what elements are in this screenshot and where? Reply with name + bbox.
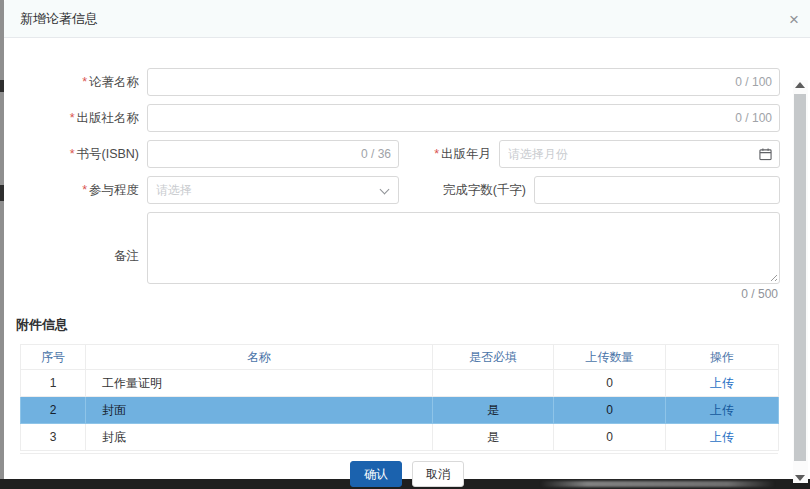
word-count-label: 完成字数(千字) [399, 182, 534, 199]
word-count-input-wrap [534, 176, 780, 204]
required-marker: * [70, 111, 75, 125]
form-row-publisher: *出版社名称 0 / 100 [20, 104, 780, 132]
cell-action: 上传 [666, 370, 779, 397]
cell-action: 上传 [666, 424, 779, 451]
upload-link[interactable]: 上传 [710, 376, 734, 390]
upload-link[interactable]: 上传 [710, 403, 734, 417]
form-row-isbn-date: *书号(ISBN) 0 / 36 *出版年月 [20, 140, 780, 168]
form-row-remark: 备注 0 / 500 [20, 212, 780, 301]
table-bottom-rule [20, 451, 778, 454]
publisher-input-wrap: 0 / 100 [147, 104, 780, 132]
attachments-table: 序号 名称 是否必填 上传数量 操作 1 工作量证明 0 上传 2 封面 [20, 344, 779, 451]
publication-form: *论著名称 0 / 100 *出版社名称 0 / 100 *书号(ISB [4, 38, 810, 301]
cell-name: 封面 [86, 397, 433, 424]
upload-link[interactable]: 上传 [710, 430, 734, 444]
col-header-name: 名称 [86, 345, 433, 370]
isbn-input-wrap: 0 / 36 [147, 140, 399, 168]
vertical-scrollbar[interactable] [793, 80, 808, 483]
participation-select[interactable]: 请选择 [147, 176, 399, 204]
table-row[interactable]: 3 封底 是 0 上传 [21, 424, 779, 451]
required-marker: * [82, 75, 87, 89]
publisher-input[interactable] [147, 104, 780, 132]
table-row[interactable]: 1 工作量证明 0 上传 [21, 370, 779, 397]
add-publication-dialog: 新增论著信息 × *论著名称 0 / 100 *出版社名称 0 / 10 [4, 0, 810, 479]
close-icon[interactable]: × [789, 10, 799, 27]
confirm-button[interactable]: 确认 [350, 461, 402, 487]
cell-count: 0 [554, 397, 666, 424]
cell-count: 0 [554, 370, 666, 397]
chevron-down-icon [380, 185, 390, 195]
cell-required [433, 370, 554, 397]
col-header-no: 序号 [21, 345, 86, 370]
publish-month-input[interactable] [499, 140, 780, 168]
remark-textarea-wrap [147, 212, 780, 284]
col-header-required: 是否必填 [433, 345, 554, 370]
publisher-label: *出版社名称 [20, 110, 147, 127]
table-header-row: 序号 名称 是否必填 上传数量 操作 [21, 345, 779, 370]
isbn-input[interactable] [147, 140, 399, 168]
required-marker: * [434, 147, 439, 161]
publish-month-label: *出版年月 [399, 146, 499, 163]
table-row-selected[interactable]: 2 封面 是 0 上传 [21, 397, 779, 424]
cell-no: 1 [21, 370, 86, 397]
dialog-title: 新增论著信息 [20, 10, 98, 28]
cell-no: 3 [21, 424, 86, 451]
remark-textarea[interactable] [147, 212, 780, 284]
col-header-count: 上传数量 [554, 345, 666, 370]
cancel-button[interactable]: 取消 [412, 461, 464, 487]
cell-name: 工作量证明 [86, 370, 433, 397]
cell-required: 是 [433, 424, 554, 451]
dialog-footer: 确认 取消 [4, 461, 810, 487]
col-header-action: 操作 [666, 345, 779, 370]
remark-label: 备注 [20, 248, 147, 265]
scroll-up-icon[interactable] [795, 82, 805, 88]
form-row-book-title: *论著名称 0 / 100 [20, 68, 780, 96]
remark-counter: 0 / 500 [147, 287, 780, 301]
book-title-label: *论著名称 [20, 74, 147, 91]
book-title-input-wrap: 0 / 100 [147, 68, 780, 96]
scroll-down-icon[interactable] [795, 475, 805, 481]
cell-name: 封底 [86, 424, 433, 451]
cell-required: 是 [433, 397, 554, 424]
dialog-header: 新增论著信息 × [4, 0, 810, 38]
word-count-input[interactable] [534, 176, 780, 204]
calendar-icon[interactable] [759, 148, 772, 161]
attachments-section-title: 附件信息 [16, 316, 810, 334]
participation-placeholder: 请选择 [156, 182, 192, 199]
cell-no: 2 [21, 397, 86, 424]
form-row-participation-words: *参与程度 请选择 完成字数(千字) [20, 176, 780, 204]
required-marker: * [70, 147, 75, 161]
remark-col: 0 / 500 [147, 212, 780, 301]
isbn-label: *书号(ISBN) [20, 146, 147, 163]
cell-action: 上传 [666, 397, 779, 424]
participation-label: *参与程度 [20, 182, 147, 199]
cell-count: 0 [554, 424, 666, 451]
scrollbar-thumb[interactable] [794, 94, 806, 461]
dialog-body: *论著名称 0 / 100 *出版社名称 0 / 100 *书号(ISB [4, 38, 810, 487]
required-marker: * [82, 183, 87, 197]
book-title-input[interactable] [147, 68, 780, 96]
publish-month-input-wrap [499, 140, 780, 168]
